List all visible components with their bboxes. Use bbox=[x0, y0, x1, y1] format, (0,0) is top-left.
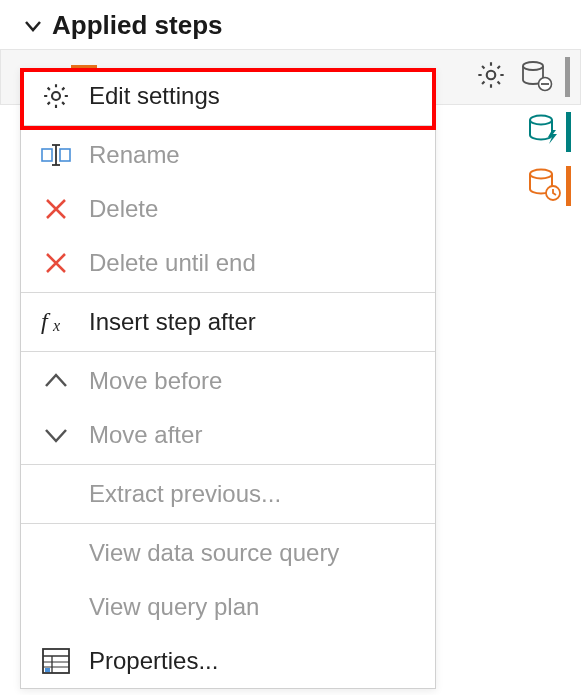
database-fast-icon[interactable] bbox=[526, 112, 562, 152]
menu-label: Move after bbox=[89, 421, 202, 449]
menu-edit-settings[interactable]: Edit settings bbox=[21, 69, 435, 123]
menu-separator bbox=[21, 464, 435, 465]
teal-accent-bar bbox=[566, 112, 571, 152]
orange-accent-bar bbox=[566, 166, 571, 206]
svg-point-4 bbox=[487, 71, 496, 80]
menu-separator bbox=[21, 523, 435, 524]
menu-view-data-source-query: View data source query bbox=[21, 526, 435, 580]
menu-properties[interactable]: Properties... bbox=[21, 634, 435, 688]
menu-label: Properties... bbox=[89, 647, 218, 675]
menu-separator bbox=[21, 351, 435, 352]
svg-text:x: x bbox=[52, 317, 60, 334]
panel-title: Applied steps bbox=[52, 10, 222, 41]
svg-rect-13 bbox=[60, 149, 70, 161]
chevron-down-icon bbox=[39, 418, 73, 452]
blank-icon bbox=[39, 536, 73, 570]
svg-point-11 bbox=[52, 92, 60, 100]
gear-icon bbox=[39, 79, 73, 113]
menu-separator bbox=[21, 125, 435, 126]
rename-icon bbox=[39, 138, 73, 172]
menu-label: View data source query bbox=[89, 539, 339, 567]
applied-steps-header[interactable]: Applied steps bbox=[0, 0, 581, 49]
menu-view-query-plan: View query plan bbox=[21, 580, 435, 634]
menu-label: View query plan bbox=[89, 593, 259, 621]
context-menu: Edit settings Rename Delete Delete until… bbox=[20, 68, 436, 689]
menu-label: Delete until end bbox=[89, 249, 256, 277]
side-icons-column bbox=[526, 112, 571, 206]
chevron-up-icon bbox=[39, 364, 73, 398]
scrollbar-thumb[interactable] bbox=[565, 57, 570, 97]
delete-x-icon bbox=[39, 192, 73, 226]
menu-delete: Delete bbox=[21, 182, 435, 236]
database-clock-icon[interactable] bbox=[526, 166, 562, 206]
database-remove-icon[interactable] bbox=[519, 58, 553, 96]
fx-icon: f x bbox=[39, 305, 73, 339]
menu-label: Extract previous... bbox=[89, 480, 281, 508]
svg-rect-24 bbox=[45, 668, 50, 672]
blank-icon bbox=[39, 477, 73, 511]
chevron-down-icon bbox=[24, 17, 42, 35]
svg-point-5 bbox=[523, 62, 543, 70]
properties-icon bbox=[39, 644, 73, 678]
svg-text:f: f bbox=[41, 308, 51, 334]
svg-point-9 bbox=[530, 170, 552, 179]
menu-insert-step-after[interactable]: f x Insert step after bbox=[21, 295, 435, 349]
delete-x-icon bbox=[39, 246, 73, 280]
menu-label: Edit settings bbox=[89, 82, 220, 110]
gear-icon[interactable] bbox=[475, 59, 507, 95]
menu-label: Insert step after bbox=[89, 308, 256, 336]
menu-extract-previous: Extract previous... bbox=[21, 467, 435, 521]
menu-move-before: Move before bbox=[21, 354, 435, 408]
svg-point-8 bbox=[530, 116, 552, 125]
menu-separator bbox=[21, 292, 435, 293]
menu-move-after: Move after bbox=[21, 408, 435, 462]
menu-rename: Rename bbox=[21, 128, 435, 182]
menu-delete-until-end: Delete until end bbox=[21, 236, 435, 290]
svg-rect-12 bbox=[42, 149, 52, 161]
menu-label: Move before bbox=[89, 367, 222, 395]
menu-label: Rename bbox=[89, 141, 180, 169]
menu-label: Delete bbox=[89, 195, 158, 223]
blank-icon bbox=[39, 590, 73, 624]
